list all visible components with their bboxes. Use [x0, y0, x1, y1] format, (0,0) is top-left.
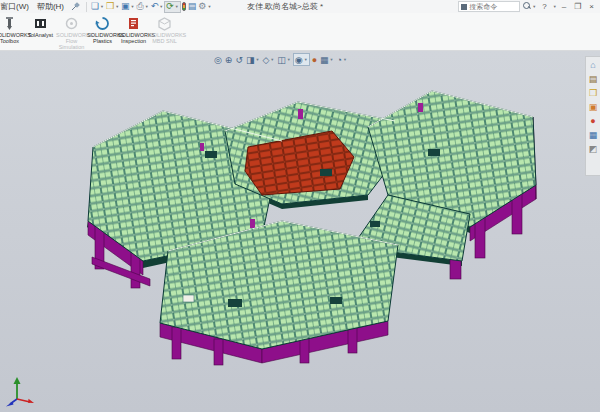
file-explorer-tab[interactable]: ❒ [589, 87, 597, 99]
tab-solidworks-plastics[interactable]: SOLIDWORKS Plastics [87, 15, 118, 44]
display-style-icon: ◫ [277, 55, 286, 65]
folder-icon: ❒ [589, 88, 597, 98]
headsup-view-toolbar: ◎ ⊕ ↺ ◨▼ ◇▼ ◫▼ ◉▼ ● ▦▼ ◔▼ [213, 53, 348, 66]
tolanalyst-icon [33, 16, 48, 31]
search-icon [523, 2, 531, 11]
inspection-icon [126, 16, 141, 31]
chevron-down-icon: ▼ [287, 57, 291, 62]
chevron-down-icon: ▼ [270, 57, 274, 62]
x-axis-arrow [28, 399, 34, 403]
model-3d[interactable] [0, 51, 600, 412]
toolbox-icon [2, 16, 17, 31]
edit-appearance-button[interactable]: ● [311, 53, 318, 66]
tab-label: Flow Simulation [56, 38, 87, 50]
open-icon: ❒ [106, 2, 114, 11]
new-button[interactable]: ❏▼ [90, 1, 105, 13]
tab-tolanalyst[interactable]: TolAnalyst [25, 15, 56, 38]
zoom-to-fit-icon: ◎ [214, 55, 222, 65]
open-button[interactable]: ❒▼ [105, 1, 120, 13]
print-icon: ⎙ [137, 2, 144, 11]
zoom-to-area-button[interactable]: ⊕ [224, 53, 234, 66]
coordinate-triad [4, 375, 40, 407]
forum-tab[interactable]: ◩ [589, 143, 598, 155]
chevron-down-icon: ▼ [115, 4, 119, 9]
menu-help[interactable]: 帮助(H) [33, 1, 68, 12]
view-settings-button[interactable]: ◔▼ [336, 53, 348, 66]
undo-icon: ↶ [151, 2, 159, 11]
previous-view-button[interactable]: ↺ [234, 53, 244, 66]
design-library-tab[interactable]: ▤ [589, 73, 598, 85]
options-button[interactable]: ⚙▼ [197, 1, 212, 13]
command-search[interactable] [458, 1, 520, 12]
restore-button[interactable]: ❐ [571, 1, 584, 13]
tab-label: Toolbox [0, 38, 25, 44]
close-button[interactable]: × [586, 1, 597, 13]
previous-view-icon: ↺ [235, 55, 243, 65]
help-button[interactable]: ? [539, 1, 549, 13]
solidworks-resources-tab[interactable]: ⌂ [590, 59, 595, 71]
tab-label: Inspection [118, 38, 149, 44]
view-orientation-button[interactable]: ◇▼ [261, 53, 275, 66]
rebuild-button[interactable]: ⟳▼ [164, 1, 181, 13]
flow-simulation-icon [64, 16, 79, 31]
chevron-down-icon: ▼ [145, 4, 149, 9]
menu-window[interactable]: 窗口(W) [0, 1, 33, 12]
tab-label: MBD SNL [149, 38, 180, 44]
minimize-button[interactable]: – [559, 1, 569, 13]
chevron-down-icon: ▼ [304, 57, 308, 62]
eye-icon: ◉ [295, 55, 303, 65]
view-settings-icon: ◔ [337, 55, 342, 65]
search-input[interactable] [469, 3, 517, 10]
search-button[interactable]: ▼ [522, 1, 537, 13]
chevron-down-icon: ▼ [159, 4, 163, 9]
search-scope-icon [461, 4, 467, 10]
appearances-tab[interactable]: ● [590, 115, 595, 127]
zoom-to-fit-button[interactable]: ◎ [213, 53, 223, 66]
chevron-down-icon: ▼ [131, 4, 135, 9]
tab-label: Plastics [87, 38, 118, 44]
scene-icon: ▦ [320, 55, 329, 65]
y-axis-arrow [14, 377, 21, 384]
tab-solidworks-inspection[interactable]: SOLIDWORKS Inspection [118, 15, 149, 44]
pin-menu-icon[interactable] [71, 2, 80, 11]
tab-solidworks-toolbox[interactable]: SOLIDWORKS Toolbox [0, 15, 25, 44]
tab-solidworks-flow-simulation[interactable]: SOLIDWORKS Flow Simulation [56, 15, 87, 50]
tab-solidworks-mbd-snl[interactable]: SOLIDWORKS MBD SNL [149, 15, 180, 44]
plastics-icon [95, 16, 110, 31]
toolbar-separator [86, 2, 87, 12]
mbd-icon [157, 16, 172, 31]
apply-scene-button[interactable]: ▦▼ [319, 53, 334, 66]
chevron-down-icon: ▼ [207, 4, 211, 9]
quick-access-toolbar: ❏▼ ❒▼ ▣▼ ⎙▼ ↶▼ ⟳▼ ▤ ⚙▼ [90, 1, 212, 13]
zoom-to-area-icon: ⊕ [225, 55, 233, 65]
chevron-down-icon: ▼ [532, 4, 536, 9]
chevron-down-icon: ▼ [343, 57, 347, 62]
formwork-slabs [88, 91, 536, 349]
properties-icon: ▦ [589, 130, 598, 140]
light-patch [183, 295, 194, 302]
view-palette-tab[interactable]: ▣ [589, 101, 598, 113]
task-pane-strip: ⌂ ▤ ❒ ▣ ● ▦ ◩ [585, 56, 600, 176]
palette-icon: ▣ [589, 102, 598, 112]
appearance-sphere-icon: ● [590, 116, 595, 126]
command-manager-tabs: SOLIDWORKS Toolbox TolAnalyst SOLIDWORKS… [0, 13, 600, 51]
custom-properties-tab[interactable]: ▦ [589, 129, 598, 141]
section-view-button[interactable]: ◨▼ [245, 53, 260, 66]
hide-show-items-button[interactable]: ◉▼ [293, 53, 310, 66]
file-properties-button[interactable]: ▤ [187, 1, 198, 13]
file-properties-icon: ▤ [188, 2, 197, 11]
rebuild-icon: ⟳ [166, 2, 174, 11]
chevron-down-icon: ▼ [255, 57, 259, 62]
graphics-area[interactable]: ◎ ⊕ ↺ ◨▼ ◇▼ ◫▼ ◉▼ ● ▦▼ ◔▼ ⌂ ▤ ❒ ▣ ● ▦ ◩ [0, 51, 600, 412]
undo-button[interactable]: ↶▼ [150, 1, 165, 13]
gear-icon: ⚙ [198, 2, 206, 11]
print-button[interactable]: ⎙▼ [136, 1, 150, 13]
save-icon: ▣ [121, 2, 130, 11]
section-view-icon: ◨ [246, 55, 255, 65]
library-icon: ▤ [589, 74, 598, 84]
display-style-button[interactable]: ◫▼ [276, 53, 291, 66]
save-button[interactable]: ▣▼ [120, 1, 135, 13]
title-bar: 窗口(W) 帮助(H) ❏▼ ❒▼ ▣▼ ⎙▼ ↶▼ ⟳▼ ▤ ⚙▼ 友佳.欧尚… [0, 0, 600, 13]
forum-icon: ◩ [589, 144, 598, 154]
tab-label: TolAnalyst [25, 32, 56, 38]
